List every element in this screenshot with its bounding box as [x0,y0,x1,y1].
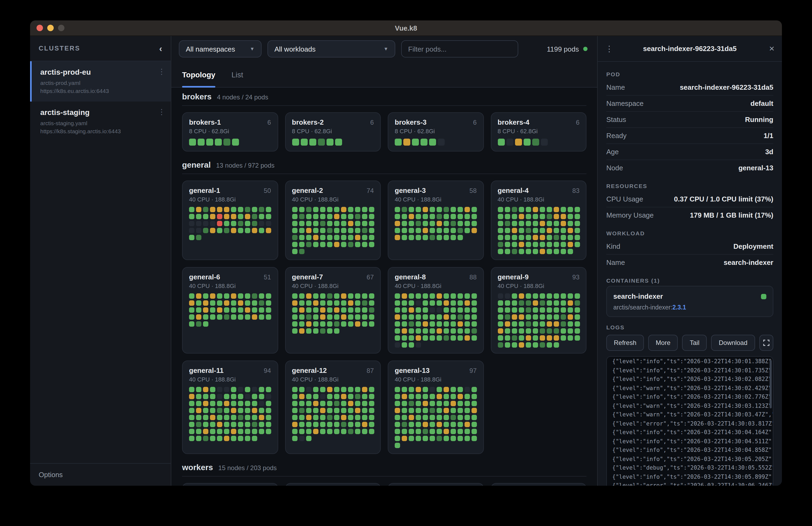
pod-square[interactable] [210,387,215,392]
pod-square[interactable] [472,408,477,413]
pod-square[interactable] [245,387,250,392]
pod-square[interactable] [327,401,332,406]
pod-square[interactable] [416,221,421,226]
pod-square[interactable] [561,335,566,341]
pod-square[interactable] [395,387,400,392]
pod-square[interactable] [539,228,545,233]
pod-square[interactable] [423,415,428,420]
pod-square[interactable] [409,436,414,441]
pod-square[interactable] [458,429,463,434]
pod-square[interactable] [369,387,374,392]
pod-square[interactable] [497,307,503,313]
pod-square[interactable] [533,293,538,299]
pod-square[interactable] [355,300,360,306]
pod-square[interactable] [196,436,201,441]
pod-square[interactable] [355,242,360,247]
pod-square[interactable] [320,422,325,427]
pod-square[interactable] [465,221,470,226]
pod-square[interactable] [430,401,435,406]
pod-square[interactable] [252,307,257,313]
pod-square[interactable] [402,429,407,434]
pod-square[interactable] [369,314,374,320]
pod-square[interactable] [306,307,311,313]
pod-square[interactable] [505,221,510,226]
pod-square[interactable] [231,422,236,427]
pod-square[interactable] [327,207,332,212]
pod-square[interactable] [210,221,215,226]
pod-square[interactable] [231,415,236,420]
pod-square[interactable] [497,139,505,146]
pod-square[interactable] [430,228,435,233]
pod-square[interactable] [511,249,517,254]
pod-square[interactable] [567,307,573,313]
node-card-general-11[interactable]: general-119440 CPU · 188.8Gi [182,360,278,454]
pod-square[interactable] [245,314,250,320]
filter-pods-input[interactable]: Filter pods... [401,40,518,57]
pod-square[interactable] [189,139,196,146]
pod-square[interactable] [553,221,559,226]
pod-square[interactable] [567,314,573,320]
pod-square[interactable] [533,249,538,254]
pod-square[interactable] [348,429,353,434]
pod-square[interactable] [313,401,318,406]
pod-square[interactable] [525,235,531,240]
pod-square[interactable] [505,214,510,219]
pod-square[interactable] [409,321,414,327]
pod-square[interactable] [458,293,463,299]
pod-square[interactable] [402,422,407,427]
pod-square[interactable] [306,394,311,399]
pod-square[interactable] [553,207,559,212]
pod-square[interactable] [238,314,243,320]
pod-square[interactable] [369,228,374,233]
pod-square[interactable] [259,422,264,427]
pod-square[interactable] [409,415,414,420]
pod-square[interactable] [299,307,304,313]
pod-square[interactable] [395,314,400,320]
pod-square[interactable] [553,214,559,219]
pod-square[interactable] [334,429,339,434]
pod-square[interactable] [430,387,435,392]
pod-square[interactable] [334,300,339,306]
namespace-dropdown[interactable]: All namespaces ▼ [179,40,262,57]
pod-square[interactable] [395,293,400,299]
pod-square[interactable] [334,422,339,427]
pod-square[interactable] [444,408,449,413]
pod-square[interactable] [334,408,339,413]
pod-square[interactable] [217,408,222,413]
pod-square[interactable] [224,214,229,219]
pod-square[interactable] [224,408,229,413]
pod-square[interactable] [423,394,428,399]
pod-square[interactable] [416,342,421,347]
pod-square[interactable] [416,408,421,413]
workload-dropdown[interactable]: All workloads ▼ [267,40,395,57]
pod-square[interactable] [238,387,243,392]
pod-square[interactable] [506,139,513,146]
pod-square[interactable] [362,214,367,219]
pod-square[interactable] [525,300,531,306]
pod-square[interactable] [519,328,524,333]
pod-square[interactable] [245,401,250,406]
pod-square[interactable] [224,300,229,306]
pod-square[interactable] [465,228,470,233]
pod-square[interactable] [395,228,400,233]
pod-square[interactable] [362,235,367,240]
pod-square[interactable] [196,214,201,219]
pod-square[interactable] [409,422,414,427]
pod-square[interactable] [320,387,325,392]
pod-square[interactable] [223,139,230,146]
pod-square[interactable] [348,387,353,392]
pod-square[interactable] [327,228,332,233]
pod-square[interactable] [409,207,414,212]
pod-square[interactable] [313,328,318,333]
pod-square[interactable] [444,235,449,240]
pod-square[interactable] [196,401,201,406]
pod-square[interactable] [189,314,194,320]
pod-square[interactable] [259,394,264,399]
pod-square[interactable] [402,408,407,413]
pod-square[interactable] [539,314,545,320]
pod-square[interactable] [217,221,222,226]
pod-square[interactable] [472,415,477,420]
pod-square[interactable] [245,408,250,413]
pod-square[interactable] [313,228,318,233]
pod-square[interactable] [561,328,566,333]
